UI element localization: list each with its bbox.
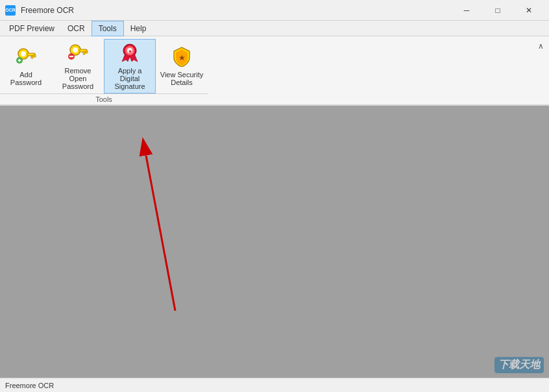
svg-text:★: ★ xyxy=(128,49,132,55)
menu-item-ocr[interactable]: OCR xyxy=(61,21,92,36)
remove-open-password-button[interactable]: Remove OpenPassword xyxy=(52,39,104,93)
add-password-button[interactable]: AddPassword xyxy=(0,39,52,93)
svg-point-1 xyxy=(21,51,26,56)
apply-digital-signature-label: Apply a DigitalSignature xyxy=(107,67,152,90)
svg-rect-7 xyxy=(19,59,20,62)
status-bar: Freemore OCR xyxy=(0,378,549,392)
tools-section: AddPassword xyxy=(0,39,208,104)
svg-text:★: ★ xyxy=(178,53,186,62)
svg-rect-4 xyxy=(34,55,36,57)
app-title: Freemore OCR xyxy=(21,6,74,15)
watermark: 下载天地 xyxy=(494,357,544,373)
view-security-details-button[interactable]: ★ View SecurityDetails xyxy=(156,39,208,93)
svg-line-21 xyxy=(146,156,175,311)
status-text: Freemore OCR xyxy=(5,382,54,389)
section-buttons: AddPassword xyxy=(0,39,208,93)
svg-rect-11 xyxy=(83,52,85,55)
menu-item-help[interactable]: Help xyxy=(124,21,153,36)
toolbar-collapse[interactable]: ∧ xyxy=(533,39,549,104)
menu-item-tools[interactable]: Tools xyxy=(92,21,124,36)
toolbar-wrapper: AddPassword xyxy=(0,39,549,104)
toolbar: AddPassword xyxy=(0,36,549,106)
svg-point-9 xyxy=(73,47,78,53)
title-bar-left: OCR Freemore OCR xyxy=(5,5,74,16)
menu-bar: PDF Preview OCR Tools Help xyxy=(0,21,549,36)
remove-open-password-icon xyxy=(67,42,88,64)
svg-rect-12 xyxy=(86,51,88,53)
add-password-icon xyxy=(16,46,36,68)
content-area: 下载天地 xyxy=(0,106,549,391)
collapse-icon: ∧ xyxy=(538,42,544,51)
minimize-button[interactable]: ─ xyxy=(452,0,482,21)
watermark-text: 下载天地 xyxy=(494,357,544,373)
maximize-button[interactable]: □ xyxy=(483,0,513,21)
svg-rect-3 xyxy=(31,56,33,58)
svg-rect-14 xyxy=(69,56,73,57)
title-bar: OCR Freemore OCR ─ □ ✕ xyxy=(0,0,549,21)
arrow-overlay xyxy=(0,106,549,391)
add-password-label: AddPassword xyxy=(10,71,42,86)
menu-item-pdf-preview[interactable]: PDF Preview xyxy=(3,21,61,36)
view-security-details-icon: ★ xyxy=(171,46,192,68)
apply-digital-signature-button[interactable]: ★ Apply a DigitalSignature xyxy=(104,39,156,93)
apply-digital-signature-icon: ★ xyxy=(119,42,140,64)
view-security-details-label: View SecurityDetails xyxy=(160,71,203,86)
close-button[interactable]: ✕ xyxy=(514,0,544,21)
remove-open-password-label: Remove OpenPassword xyxy=(55,67,101,90)
app-icon: OCR xyxy=(5,5,16,16)
title-bar-controls: ─ □ ✕ xyxy=(452,0,544,21)
tools-section-label: Tools xyxy=(0,93,208,104)
